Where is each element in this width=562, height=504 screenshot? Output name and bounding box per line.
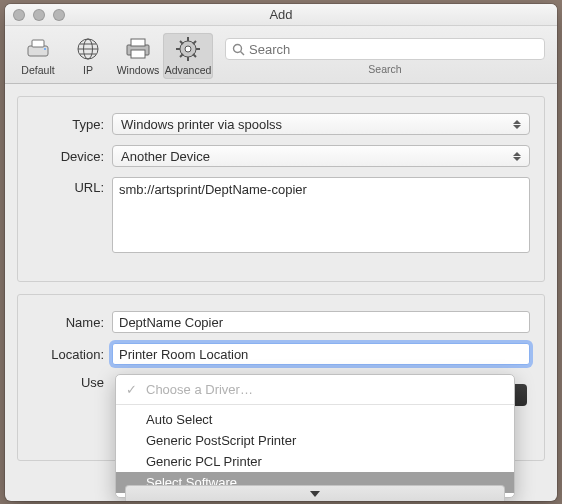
menu-item-choose: ✓ Choose a Driver…	[116, 379, 514, 400]
menu-item-pcl[interactable]: Generic PCL Printer	[116, 451, 514, 472]
svg-rect-1	[32, 40, 44, 47]
device-select[interactable]: Another Device	[112, 145, 530, 167]
svg-rect-9	[131, 50, 145, 58]
overflow-chevron[interactable]	[125, 485, 505, 501]
toolbar-label: Windows	[117, 64, 160, 76]
toolbar-label: Default	[21, 64, 54, 76]
type-select[interactable]: Windows printer via spoolss	[112, 113, 530, 135]
toolbar-label: IP	[83, 64, 93, 76]
toolbar-advanced[interactable]: Advanced	[163, 33, 213, 79]
connection-pane: Type: Windows printer via spoolss Device…	[17, 96, 545, 282]
name-field[interactable]	[112, 311, 530, 333]
menu-separator	[116, 404, 514, 405]
chevron-updown-icon	[509, 148, 525, 164]
name-label: Name:	[32, 315, 112, 330]
type-label: Type:	[32, 117, 112, 132]
svg-line-20	[193, 41, 196, 44]
gear-icon	[173, 36, 203, 62]
svg-point-2	[44, 48, 46, 50]
url-field[interactable]: smb://artsprint/DeptName-copier	[112, 177, 530, 253]
url-label: URL:	[32, 177, 112, 195]
menu-item-postscript[interactable]: Generic PostScript Printer	[116, 430, 514, 451]
svg-line-22	[241, 51, 245, 55]
window-title: Add	[5, 7, 557, 22]
check-icon: ✓	[126, 382, 137, 397]
svg-point-21	[234, 44, 242, 52]
add-printer-window: Add Default IP Windows Advanced	[5, 4, 557, 501]
location-field[interactable]	[112, 343, 530, 365]
toolbar: Default IP Windows Advanced Search	[5, 26, 557, 84]
svg-line-17	[180, 41, 183, 44]
device-label: Device:	[32, 149, 112, 164]
device-value: Another Device	[121, 149, 210, 164]
use-driver-menu: ✓ Choose a Driver… Auto Select Generic P…	[115, 374, 515, 498]
location-label: Location:	[32, 347, 112, 362]
svg-line-19	[180, 54, 183, 57]
svg-rect-10	[131, 39, 145, 46]
globe-icon	[73, 36, 103, 62]
use-label: Use	[32, 375, 112, 390]
search-wrap: Search	[221, 36, 549, 75]
toolbar-ip[interactable]: IP	[63, 33, 113, 79]
printer-alt-icon	[123, 36, 153, 62]
toolbar-windows[interactable]: Windows	[113, 33, 163, 79]
chevron-updown-icon	[509, 116, 525, 132]
toolbar-label: Advanced	[165, 64, 212, 76]
svg-line-18	[193, 54, 196, 57]
menu-item-auto[interactable]: Auto Select	[116, 409, 514, 430]
search-label: Search	[368, 63, 401, 75]
printer-icon	[23, 36, 53, 62]
svg-point-12	[185, 46, 191, 52]
type-value: Windows printer via spoolss	[121, 117, 282, 132]
search-icon	[232, 43, 245, 56]
search-input[interactable]	[249, 42, 538, 57]
titlebar[interactable]: Add	[5, 4, 557, 26]
search-field[interactable]	[225, 38, 545, 60]
toolbar-default[interactable]: Default	[13, 33, 63, 79]
